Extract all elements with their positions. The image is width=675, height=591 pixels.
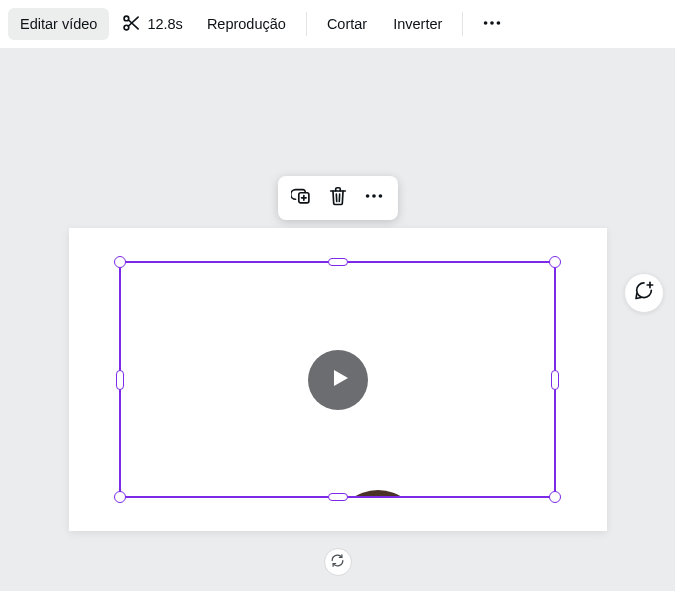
resize-handle-right[interactable]: [551, 370, 559, 390]
resize-handle-bottom-left[interactable]: [114, 491, 126, 503]
page[interactable]: [69, 228, 607, 531]
svg-point-14: [378, 194, 382, 198]
svg-point-13: [372, 194, 376, 198]
editor-toolbar: Editar vídeo 12.8s Reprodução Cortar Inv…: [0, 0, 675, 48]
resize-handle-left[interactable]: [116, 370, 124, 390]
crop-button[interactable]: Cortar: [315, 8, 379, 40]
toolbar-divider: [306, 12, 307, 36]
playback-button[interactable]: Reprodução: [195, 8, 298, 40]
edit-video-button[interactable]: Editar vídeo: [8, 8, 109, 40]
svg-point-5: [491, 21, 495, 25]
resize-handle-top[interactable]: [328, 258, 348, 266]
delete-button[interactable]: [322, 182, 354, 214]
svg-point-4: [484, 21, 488, 25]
trash-icon: [327, 185, 349, 211]
scissors-icon: [121, 13, 141, 36]
more-button[interactable]: [471, 4, 513, 45]
sync-icon: [330, 553, 345, 572]
duplicate-icon: [291, 185, 313, 211]
more-horizontal-icon: [481, 12, 503, 37]
selection-more-button[interactable]: [358, 182, 390, 214]
svg-point-6: [497, 21, 501, 25]
selection-frame[interactable]: [119, 261, 556, 498]
play-button[interactable]: [308, 350, 368, 410]
duration-value: 12.8s: [147, 16, 182, 32]
resize-handle-top-left[interactable]: [114, 256, 126, 268]
resize-handle-top-right[interactable]: [549, 256, 561, 268]
sync-button[interactable]: [324, 548, 352, 576]
video-element[interactable]: [121, 263, 554, 496]
svg-point-12: [365, 194, 369, 198]
comment-add-icon: [633, 280, 655, 306]
toolbar-divider: [462, 12, 463, 36]
duration-control[interactable]: 12.8s: [111, 5, 192, 44]
play-icon: [324, 366, 352, 394]
resize-handle-bottom[interactable]: [328, 493, 348, 501]
selection-toolbar: [278, 176, 398, 220]
invert-button[interactable]: Inverter: [381, 8, 454, 40]
canvas-area: [0, 48, 675, 591]
duplicate-button[interactable]: [286, 182, 318, 214]
more-horizontal-icon: [363, 185, 385, 211]
comment-add-button[interactable]: [624, 273, 664, 313]
resize-handle-bottom-right[interactable]: [549, 491, 561, 503]
